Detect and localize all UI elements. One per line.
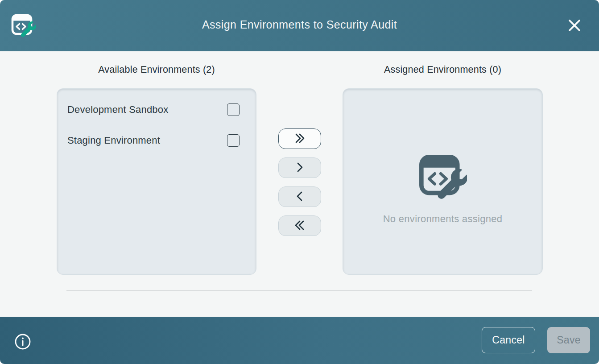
move-all-right-button[interactable]	[278, 128, 321, 149]
save-button[interactable]: Save	[547, 327, 590, 353]
environment-label: Development Sandbox	[67, 104, 168, 116]
move-all-left-button[interactable]	[278, 215, 321, 236]
chevron-right-icon	[293, 161, 307, 175]
double-chevron-left-icon	[293, 219, 307, 233]
close-button[interactable]	[564, 15, 585, 37]
assigned-environments-panel: No environments assigned	[343, 88, 543, 275]
assign-environments-dialog: Assign Environments to Security Audit Av…	[0, 0, 599, 364]
info-button[interactable]	[14, 333, 31, 350]
dialog-footer: Cancel Save	[0, 317, 599, 364]
move-right-button[interactable]	[278, 157, 321, 178]
environment-label: Staging Environment	[67, 135, 160, 146]
list-item-staging-environment: Staging Environment	[57, 125, 256, 156]
cancel-button[interactable]: Cancel	[482, 327, 535, 353]
double-chevron-right-icon	[293, 132, 307, 146]
dialog-header: Assign Environments to Security Audit	[0, 0, 599, 51]
empty-state-text: No environments assigned	[383, 213, 503, 225]
content-divider	[66, 290, 532, 291]
chevron-left-icon	[293, 190, 307, 204]
close-x-icon	[567, 18, 582, 34]
dialog-title: Assign Environments to Security Audit	[0, 18, 599, 31]
available-environments-heading: Available Environments (2)	[57, 64, 256, 75]
assigned-environments-heading: Assigned Environments (0)	[343, 64, 543, 75]
info-circle-icon	[14, 345, 31, 352]
transfer-controls	[278, 128, 321, 236]
available-environments-panel: Development Sandbox Staging Environment	[57, 88, 256, 275]
development-sandbox-checkbox[interactable]	[227, 103, 240, 116]
move-left-button[interactable]	[278, 186, 321, 207]
list-item-development-sandbox: Development Sandbox	[57, 94, 256, 125]
staging-environment-checkbox[interactable]	[227, 134, 240, 147]
empty-state-code-wrench-icon	[419, 154, 467, 203]
